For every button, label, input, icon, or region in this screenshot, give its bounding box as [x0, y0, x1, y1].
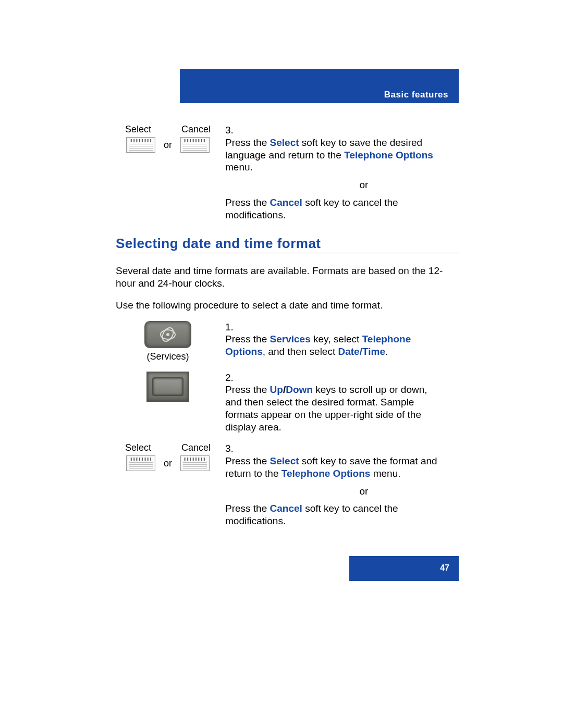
date-time-keyword: Date/Time — [338, 346, 385, 357]
softkey-icon — [126, 455, 155, 471]
cancel-keyword: Cancel — [270, 197, 302, 208]
step-text: 3. Press the Select soft key to save the… — [220, 124, 459, 221]
step-number: 3. — [225, 124, 237, 137]
telephone-options-keyword: Telephone Options — [344, 150, 433, 161]
services-key-icon — [144, 321, 191, 348]
step-body: Press the Up/Down keys to scroll up or d… — [225, 384, 445, 433]
page-header-bar: Basic features — [180, 69, 459, 103]
softkey-label-cancel: Cancel — [181, 124, 211, 135]
services-key-caption: (Services) — [146, 351, 189, 362]
intro-paragraph-1: Several date and time formats are availa… — [116, 265, 459, 290]
step-body: Press the Select soft key to save the fo… — [225, 455, 445, 527]
softkey-label-cancel: Cancel — [181, 442, 211, 453]
up-down-key-icon — [146, 372, 189, 402]
or-separator: or — [283, 179, 445, 191]
step-number: 3. — [225, 442, 237, 455]
updown-key-illustration — [116, 372, 220, 402]
softkey-label-select: Select — [125, 442, 151, 453]
step-number: 1. — [225, 321, 237, 334]
continuation-step-3: Select Cancel or 3. Press the Select sof… — [116, 124, 459, 221]
svg-point-2 — [166, 333, 169, 336]
step-number: 2. — [225, 372, 237, 384]
procedure-step-1: (Services) 1. Press the Services key, se… — [116, 321, 459, 362]
intro-paragraph-2: Use the following procedure to select a … — [116, 299, 459, 312]
step-text: 2. Press the Up/Down keys to scroll up o… — [220, 372, 459, 434]
telephone-options-keyword: Telephone Options — [282, 468, 371, 479]
step-text: 1. Press the Services key, select Teleph… — [220, 321, 459, 358]
procedure-step-2: 2. Press the Up/Down keys to scroll up o… — [116, 372, 459, 434]
softkey-label-select: Select — [125, 124, 151, 135]
header-section-name: Basic features — [384, 90, 448, 100]
softkey-icon — [180, 137, 210, 153]
down-keyword: Down — [286, 384, 313, 395]
cancel-keyword: Cancel — [270, 503, 302, 514]
page-content: Select Cancel or 3. Press the Select sof… — [116, 124, 459, 624]
or-label: or — [164, 140, 172, 151]
section-heading: Selecting date and time format — [116, 236, 459, 253]
or-label: or — [164, 458, 172, 469]
document-page: Basic features 47 Select Cancel or 3. — [0, 0, 563, 728]
step-body: Press the Select soft key to save the de… — [225, 137, 445, 221]
step-body: Press the Services key, select Telephone… — [225, 333, 445, 358]
softkey-illustration: Select Cancel or — [116, 442, 220, 471]
procedure-step-3: Select Cancel or 3. Press the Select sof… — [116, 442, 459, 527]
services-keyword: Services — [270, 334, 311, 344]
softkey-icon — [180, 455, 210, 471]
select-keyword: Select — [270, 137, 299, 148]
services-key-illustration: (Services) — [116, 321, 220, 362]
up-keyword: Up — [270, 384, 283, 395]
or-separator: or — [283, 485, 445, 498]
select-keyword: Select — [270, 455, 299, 466]
softkey-illustration: Select Cancel or — [116, 124, 220, 153]
step-text: 3. Press the Select soft key to save the… — [220, 442, 459, 527]
softkey-icon — [126, 137, 155, 153]
